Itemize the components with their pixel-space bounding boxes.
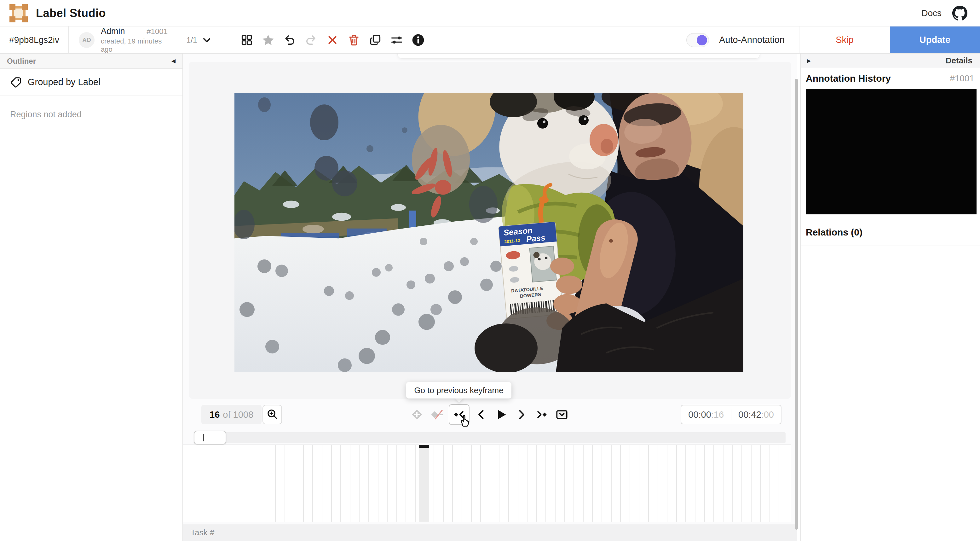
info-button[interactable] — [411, 33, 425, 47]
x-icon — [326, 34, 339, 47]
pass-card-line2: Pass — [526, 233, 546, 244]
video-stage: Season 2011-12 Pass RATATOUILLE BOWERS — [189, 62, 791, 399]
play-button[interactable] — [493, 406, 510, 423]
star-icon — [261, 34, 275, 47]
top-bar: Label Studio Docs — [0, 0, 980, 27]
time-position-main: 00:00 — [688, 410, 711, 420]
annotation-count: 1/1 — [186, 36, 197, 45]
frame-collapse-icon — [555, 408, 568, 421]
prev-keyframe-icon — [452, 408, 466, 421]
vertical-scrollbar[interactable] — [795, 79, 798, 530]
avatar: AD — [79, 32, 94, 48]
undo-button[interactable] — [282, 33, 297, 47]
github-icon[interactable] — [952, 6, 967, 21]
annotation-actions — [230, 27, 425, 53]
time-position-frames: :16 — [711, 410, 724, 420]
annotation-history-id: #1001 — [950, 73, 974, 83]
duplicate-annotation-button[interactable] — [368, 33, 383, 47]
redo-icon — [304, 34, 318, 47]
auto-annotation-label: Auto-Annotation — [719, 35, 784, 45]
info-icon — [412, 34, 425, 47]
time-display: 00:00 :16 00:42 :00 — [681, 405, 781, 425]
annotation-toolbar: #9pb8Lgs2iv AD Admin #1001 created, 19 m… — [0, 27, 980, 54]
timeline-playhead[interactable] — [419, 445, 429, 448]
time-position[interactable]: 00:00 :16 — [681, 410, 731, 420]
chevron-down-icon — [202, 35, 212, 45]
next-keyframe-icon — [535, 408, 548, 421]
time-total: 00:42 :00 — [731, 410, 781, 420]
keyframe-slash-icon — [430, 408, 444, 421]
annotation-selector[interactable]: AD Admin #1001 created, 19 minutes ago 1… — [69, 27, 230, 53]
next-frame-button[interactable] — [513, 406, 530, 423]
timeline-frame-grid — [275, 445, 788, 522]
annotation-history-preview[interactable] — [806, 89, 977, 214]
label-studio-logo-icon — [10, 4, 28, 22]
video-controls: 16 of 1008 — [183, 399, 797, 430]
star-ground-truth-button[interactable] — [261, 33, 275, 47]
playback-buttons — [408, 404, 570, 425]
annotation-pager[interactable]: 1/1 — [186, 35, 212, 45]
annotation-created-info: created, 19 minutes ago — [101, 37, 168, 54]
collapse-left-icon[interactable]: ◀ — [172, 58, 175, 64]
toggle-knob — [697, 35, 707, 45]
skip-button[interactable]: Skip — [799, 27, 890, 53]
annotation-id: #1001 — [146, 27, 168, 36]
annotator-name: Admin — [101, 27, 125, 36]
chevron-right-icon — [515, 408, 528, 421]
app-title: Label Studio — [36, 6, 106, 20]
time-total-main: 00:42 — [738, 410, 761, 420]
seek-viewport-handle[interactable] — [194, 431, 226, 445]
chevron-left-icon — [474, 408, 488, 421]
prev-frame-button[interactable] — [473, 406, 490, 423]
docs-link[interactable]: Docs — [921, 8, 942, 18]
group-by-label-text: Grouped by Label — [28, 77, 100, 87]
outliner-panel: Outliner ◀ Grouped by Label Regions not … — [0, 54, 183, 541]
time-total-frames: :00 — [761, 410, 774, 420]
seek-track[interactable] — [194, 432, 786, 443]
redo-button[interactable] — [304, 33, 318, 47]
undo-icon — [283, 34, 296, 47]
seek-row — [183, 431, 797, 445]
task-id: #9pb8Lgs2iv — [0, 27, 69, 53]
expand-right-icon[interactable]: ▶ — [807, 58, 811, 64]
add-keyframe-icon — [410, 408, 423, 421]
timeline-footer: Task # — [183, 524, 797, 541]
details-panel: ▶ Details Annotation History #1001 Relat… — [800, 54, 980, 541]
frame-total: of 1008 — [223, 410, 253, 420]
seek-position-caret — [203, 434, 204, 441]
sliders-icon — [390, 34, 403, 47]
timeline-playhead-column — [419, 445, 429, 522]
zoom-region-button[interactable] — [262, 405, 282, 425]
task-label: Task # — [191, 528, 214, 538]
grid-view-button[interactable] — [240, 33, 254, 47]
details-title: Details — [946, 56, 972, 65]
update-button[interactable]: Update — [890, 27, 980, 53]
tooltip: Go to previous keyframe — [406, 382, 511, 399]
timeline[interactable] — [183, 445, 791, 522]
regions-empty-message: Regions not added — [0, 96, 183, 133]
relations-title: Relations (0) — [806, 227, 862, 238]
frame-current: 16 — [210, 410, 220, 420]
grid-icon — [240, 34, 253, 47]
add-keyframe-button[interactable] — [408, 406, 425, 423]
magnifier-plus-icon — [266, 408, 278, 421]
frame-counter[interactable]: 16 of 1008 — [201, 405, 261, 425]
prev-keyframe-button[interactable] — [449, 404, 469, 425]
tag-icon — [10, 76, 22, 88]
trash-icon — [347, 34, 361, 47]
group-by-label-selector[interactable]: Grouped by Label — [0, 69, 183, 96]
settings-button[interactable] — [390, 33, 404, 47]
frame-view-button[interactable] — [553, 406, 570, 423]
toggle-interpolation-button[interactable] — [428, 406, 445, 423]
copy-icon — [369, 34, 382, 47]
outliner-title: Outliner — [7, 57, 36, 65]
auto-annotation-toggle[interactable] — [686, 33, 709, 47]
reset-annotation-button[interactable] — [325, 33, 340, 47]
annotation-history-title: Annotation History — [806, 73, 891, 84]
annotation-workspace: Season 2011-12 Pass RATATOUILLE BOWERS — [183, 54, 797, 541]
video-frame[interactable]: Season 2011-12 Pass RATATOUILLE BOWERS — [234, 93, 743, 372]
delete-annotation-button[interactable] — [347, 33, 361, 47]
next-keyframe-button[interactable] — [533, 406, 550, 423]
play-icon — [495, 408, 508, 421]
